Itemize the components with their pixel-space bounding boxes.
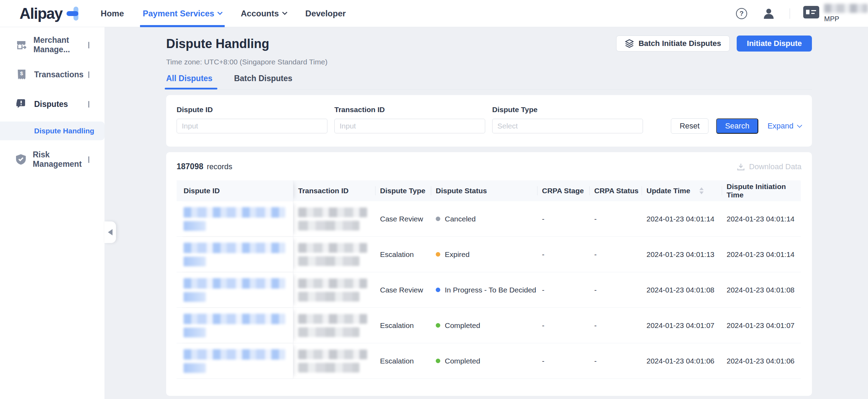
storefront-icon [16,40,26,50]
cell-transaction-id [293,201,375,236]
help-icon[interactable]: ? [736,8,747,19]
sidebar-item-dispute-handling[interactable]: Dispute Handling [0,122,104,140]
sidebar-collapse-handle[interactable] [104,221,116,243]
status-dot [436,252,440,257]
cell-dispute-type: Escalation [375,237,431,272]
sidebar-item-risk-management[interactable]: Risk Management [0,149,104,170]
caret-up-icon [699,187,704,190]
cell-update-time: 2024-01-23 04:01:13 [642,237,722,272]
cell-crpa-stage: - [537,237,589,272]
nav-home[interactable]: Home [100,0,125,27]
download-data-button[interactable]: Download Data [737,162,801,171]
cell-dispute-type: Case Review [375,201,431,236]
col-header-dispute-id: Dispute ID [177,180,293,201]
cell-transaction-id [293,237,375,272]
cell-transaction-id [293,343,375,378]
alipay-plus-icon [67,6,81,21]
sidebar-item-disputes[interactable]: Disputes [0,94,104,115]
cell-dispute-status: Completed [431,308,537,343]
account-switcher[interactable]: MPP [803,4,868,23]
filter-panel: Dispute ID Transaction ID Dispute Type S… [166,95,812,147]
main-content: Dispute Handling Batch Initiate Disputes… [104,27,868,399]
filter-field-dispute-id: Dispute ID [177,105,327,133]
tab-batch-disputes[interactable]: Batch Disputes [234,74,292,89]
col-header-crpa-status: CRPA Status [589,180,642,201]
sidebar-item-merchant-management[interactable]: Merchant Manage... [0,34,104,55]
cell-initiation-time: 2024-01-23 04:01:07 [722,308,801,343]
dispute-type-select[interactable]: Select [492,119,643,133]
status-dot [436,359,440,363]
account-name-redacted [824,4,868,13]
chevron-down-icon [88,156,89,163]
cell-dispute-status: In Progress - To Be Decided [431,272,537,307]
cell-crpa-stage: - [537,343,589,378]
batch-initiate-disputes-button[interactable]: Batch Initiate Disputes [616,36,730,52]
primary-nav: Home Payment Services Accounts Developer [100,0,364,27]
status-dot [436,217,440,221]
expand-filters-link[interactable]: Expand [767,122,801,131]
initiate-dispute-button[interactable]: Initiate Dispute [737,36,812,52]
cell-update-time: 2024-01-23 04:01:07 [642,308,722,343]
sidebar-item-transactions[interactable]: $ Transactions [0,64,104,85]
cell-crpa-stage: - [537,201,589,236]
col-header-crpa-stage: CRPA Stage [537,180,589,201]
chevron-down-icon [88,71,89,78]
cell-crpa-status: - [589,237,642,272]
chevron-down-icon [797,122,803,128]
dispute-id-label: Dispute ID [177,105,327,114]
id-card-icon [803,6,819,18]
dispute-id-link-redacted[interactable] [184,207,285,231]
cell-crpa-status: - [589,308,642,343]
tab-all-disputes[interactable]: All Disputes [166,74,212,89]
alipay-plus-logo[interactable]: Alipay [20,5,81,22]
dispute-type-label: Dispute Type [492,105,643,114]
nav-payment-services[interactable]: Payment Services [142,0,223,27]
col-header-dispute-type: Dispute Type [375,180,431,201]
nav-accounts[interactable]: Accounts [240,0,287,27]
transaction-id-redacted [298,314,367,337]
transaction-id-redacted [298,350,367,373]
cell-crpa-status: - [589,272,642,307]
nav-developer[interactable]: Developer [305,0,347,27]
dispute-id-link-redacted[interactable] [184,349,285,373]
cell-update-time: 2024-01-23 04:01:06 [642,343,722,378]
transaction-id-input[interactable] [334,119,485,133]
cell-initiation-time: 2024-01-23 04:01:14 [722,201,801,236]
dispute-id-link-redacted[interactable] [184,243,285,266]
user-icon[interactable] [762,7,775,20]
download-icon [737,163,745,171]
receipt-icon: $ [16,69,27,80]
table-row: Case Review Canceled - - 2024-01-23 04:0… [177,201,801,237]
cell-dispute-id [177,308,293,343]
cell-crpa-stage: - [537,308,589,343]
top-navigation-bar: Alipay Home Payment Services Accounts De… [0,0,868,27]
table-row: Escalation Expired - - 2024-01-23 04:01:… [177,237,801,272]
col-header-dispute-status: Dispute Status [431,180,537,201]
col-header-dispute-initiation-time: Dispute Initiation Time [722,180,801,201]
dispute-id-input[interactable] [177,119,327,133]
sort-control[interactable] [699,187,704,194]
cell-transaction-id [293,272,375,307]
results-panel: 187098records Download Data Dispute ID T… [166,152,812,396]
col-header-update-time: Update Time [642,180,722,201]
transaction-id-label: Transaction ID [334,105,485,114]
filter-field-dispute-type: Dispute Type Select [492,105,643,133]
collapse-arrow-icon [108,229,113,235]
search-button[interactable]: Search [716,118,759,134]
cell-initiation-time: 2024-01-23 04:01:06 [722,343,801,378]
chevron-down-icon [217,10,223,15]
sidebar: Merchant Manage... $ Transactions Disput… [0,27,104,399]
cell-crpa-status: - [589,343,642,378]
dispute-id-link-redacted[interactable] [184,278,285,302]
cell-dispute-id [177,201,293,236]
divider [790,8,790,19]
dispute-id-link-redacted[interactable] [184,314,285,337]
reset-button[interactable]: Reset [671,118,708,134]
cell-dispute-id [177,343,293,378]
status-dot [436,323,440,328]
cell-dispute-type: Escalation [375,308,431,343]
svg-text:$: $ [20,70,23,76]
dispute-bubble-icon [16,99,27,109]
cell-dispute-id [177,237,293,272]
table-header-row: Dispute ID Transaction ID Dispute Type D… [177,180,801,201]
